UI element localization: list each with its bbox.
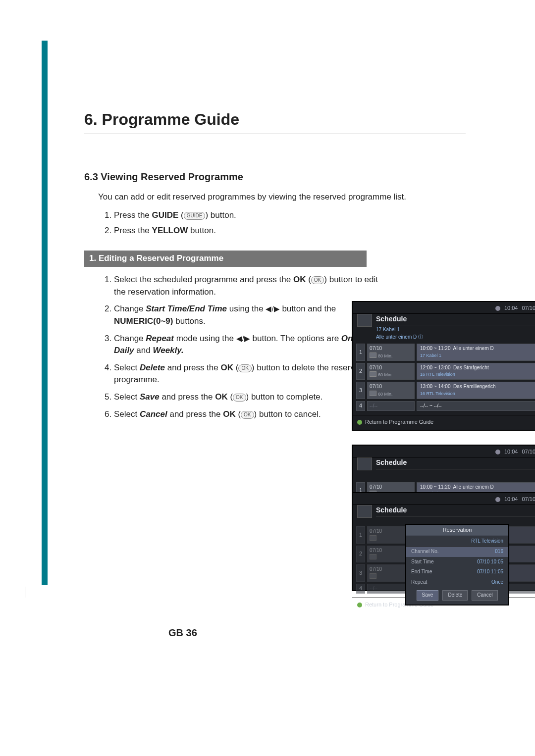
left-right-arrow-icon: ◀/▶	[236, 333, 250, 344]
row-date: --/--	[370, 403, 412, 410]
row-number: 2	[356, 363, 365, 380]
tv-logo-icon	[357, 314, 372, 327]
crop-mark-icon	[25, 578, 45, 598]
tv-logo-icon	[357, 457, 372, 470]
row-time: 12:00 ~ 13:00	[420, 365, 450, 370]
record-icon	[370, 391, 376, 396]
step-2: Press the YELLOW button.	[114, 225, 466, 237]
record-icon	[370, 353, 376, 358]
row-time: 13:00 ~ 14:00	[420, 384, 450, 389]
tv-logo-icon	[357, 505, 372, 518]
schedule-header-programme: Alle unter einem D ⓘ	[376, 334, 535, 341]
step-2-text-a: Press the	[114, 226, 152, 235]
dialog-save-button[interactable]: Save	[417, 590, 439, 601]
chapter-title: 6. Programme Guide	[84, 108, 466, 134]
dialog-row-start-time[interactable]: Start Time 07/10 10:05	[406, 557, 508, 567]
row-date: 07/10	[370, 345, 412, 353]
tv-clock-date: 07/10	[522, 496, 535, 504]
row-date: 07/10	[370, 383, 412, 391]
row-time: 10:00 ~ 11:20	[420, 484, 450, 490]
row-time: --/-- ~ --/--	[420, 403, 533, 410]
tv-clock-time: 10:04	[504, 496, 518, 504]
dialog-title: Reservation	[406, 525, 508, 536]
tv-clock-date: 07/10	[522, 304, 535, 312]
green-dot-icon	[357, 420, 362, 425]
schedule-title: Schedule	[376, 314, 535, 325]
intro-paragraph: You can add or edit reserved programmes …	[98, 191, 455, 203]
page-number: GB 36	[168, 626, 197, 640]
schedule-row[interactable]: 1 07/1080 Min. 10:00 ~ 11:20 Alle unter …	[356, 344, 535, 361]
row-channel: 16 RTL Television	[420, 371, 533, 378]
tv-ui-schedule-a: 10:04 07/10 Schedule 17 Kabel 1 Alle unt…	[352, 301, 535, 431]
edit-step-3: Change Repeat mode using the ◀/▶ button.…	[114, 333, 381, 357]
row-number: 4	[356, 401, 365, 411]
footer-return[interactable]: Return to Programme Guide	[365, 418, 433, 426]
info-dot-icon	[495, 450, 500, 454]
step-2-bold: YELLOW	[152, 226, 188, 235]
ok-button-icon: OK	[238, 364, 251, 372]
guide-button-icon: GUIDE	[184, 212, 206, 220]
step-1-bold: GUIDE	[152, 210, 179, 220]
step-1: Press the GUIDE (GUIDE) button.	[114, 209, 466, 222]
edit-step-6: Select Cancel and press the OK (OK) butt…	[114, 408, 381, 421]
tv-clock-time: 10:04	[504, 448, 518, 456]
dialog-channel-name: RTL Television	[406, 536, 508, 547]
row-date: 07/10	[370, 484, 412, 491]
info-dot-icon	[495, 306, 500, 311]
section-title: 6.3 Viewing Reserved Programme	[84, 170, 466, 184]
crop-mark-icon	[490, 578, 510, 598]
row-programme: Das Familiengerich	[453, 384, 496, 389]
tv-ui-reservation: 10:04 07/10 Schedule 107/10 207/10 307/1…	[352, 492, 535, 591]
tv-clock-date: 07/10	[522, 448, 535, 456]
schedule-row-empty[interactable]: 4 --/-- --/-- ~ --/--	[356, 401, 535, 411]
schedule-row[interactable]: 3 07/1060 Min. 13:00 ~ 14:00 Das Familie…	[356, 382, 535, 399]
step-1-text-a: Press the	[114, 210, 152, 220]
dialog-delete-button[interactable]: Delete	[442, 590, 468, 601]
dialog-row-end-time[interactable]: End Time 07/10 11:05	[406, 567, 508, 577]
page-content: 6. Programme Guide 6.3 Viewing Reserved …	[84, 108, 466, 425]
row-number: 3	[356, 382, 365, 399]
left-right-arrow-icon: ◀/▶	[266, 303, 279, 314]
edit-step-2: Change Start Time/End Time using the ◀/▶…	[114, 303, 381, 327]
row-date: 07/10	[370, 364, 412, 372]
row-duration: 60 Min.	[378, 392, 393, 397]
row-time: 10:00 ~ 11:20	[420, 346, 450, 351]
subheading-editing: 1. Editing a Reserved Programme	[84, 251, 367, 267]
schedule-row[interactable]: 2 07/1060 Min. 12:00 ~ 13:00 Das Strafge…	[356, 363, 535, 380]
schedule-rows: 1 07/1080 Min. 10:00 ~ 11:20 Alle unter …	[352, 341, 535, 415]
row-duration: 80 Min.	[378, 353, 393, 358]
step-1-text-c: button.	[208, 210, 236, 220]
row-number: 1	[356, 344, 365, 361]
main-steps-list: Press the GUIDE (GUIDE) button. Press th…	[98, 209, 466, 237]
row-programme: Das Strafgericht	[453, 365, 489, 370]
edit-step-4: Select Delete and press the OK (OK) butt…	[114, 362, 381, 386]
ok-button-icon: OK	[233, 394, 246, 402]
row-programme: Alle unter einem D	[453, 346, 493, 351]
teal-side-strip	[42, 41, 48, 585]
edit-step-1: Select the scheduled programme and press…	[114, 274, 381, 298]
record-icon	[370, 371, 376, 377]
schedule-title: Schedule	[376, 457, 535, 469]
row-duration: 60 Min.	[378, 372, 393, 377]
dialog-row-channel-no[interactable]: Channel No. 016	[406, 547, 508, 557]
row-channel: 16 RTL Television	[420, 391, 533, 397]
tv-clock-time: 10:04	[504, 304, 518, 312]
schedule-header-channel: 17 Kabel 1	[376, 326, 535, 334]
edit-step-5: Select Save and press the OK (OK) button…	[114, 391, 381, 403]
step-2-text-c: button.	[188, 226, 216, 235]
info-dot-icon	[495, 497, 500, 502]
ok-button-icon: OK	[311, 276, 324, 284]
row-programme: Alle unter einem D	[453, 484, 493, 490]
green-dot-icon	[357, 603, 362, 607]
ok-button-icon: OK	[241, 411, 254, 419]
editing-steps-list: Select the scheduled programme and press…	[98, 274, 381, 420]
row-channel: 17 Kabel 1	[420, 353, 533, 359]
schedule-title: Schedule	[376, 505, 535, 516]
